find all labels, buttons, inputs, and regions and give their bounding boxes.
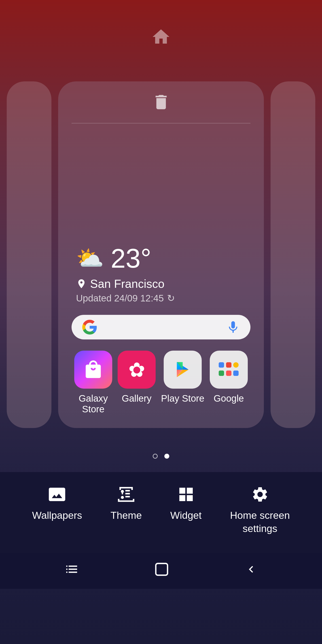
main-card: ⛅ 23° San Francisco Updated 24/09 12:45 … bbox=[58, 82, 264, 428]
app-google[interactable]: Google bbox=[210, 350, 248, 404]
city-name: San Francisco bbox=[90, 277, 164, 290]
weather-updated: Updated 24/09 12:45 ↻ bbox=[76, 293, 246, 304]
page-indicators bbox=[153, 454, 169, 459]
toolbar-theme[interactable]: Theme bbox=[110, 486, 142, 522]
settings-gear-icon bbox=[251, 486, 269, 503]
toolbar-home-screen-settings[interactable]: Home screensettings bbox=[230, 486, 290, 535]
app-gallery[interactable]: ✿ Gallery bbox=[118, 350, 156, 404]
app-galaxy-store[interactable]: GalaxyStore bbox=[74, 350, 112, 414]
back-button[interactable] bbox=[244, 562, 258, 580]
home-screen-settings-label: Home screensettings bbox=[230, 509, 290, 535]
gallery-icon: ✿ bbox=[118, 350, 156, 389]
galaxy-store-label: GalaxyStore bbox=[79, 393, 108, 414]
svg-rect-0 bbox=[187, 495, 193, 501]
widget-label: Widget bbox=[170, 509, 202, 522]
app-play-store[interactable]: Play Store bbox=[161, 350, 204, 404]
gallery-label: Gallery bbox=[122, 393, 152, 404]
google-grid-cell-2 bbox=[226, 362, 232, 368]
widget-icon bbox=[177, 486, 195, 503]
google-grid-cell-6 bbox=[233, 370, 238, 376]
location-pin-icon bbox=[76, 278, 87, 289]
play-store-icon bbox=[164, 350, 202, 389]
toolbar-wallpapers[interactable]: Wallpapers bbox=[32, 486, 82, 522]
svg-rect-1 bbox=[156, 563, 168, 575]
microphone-icon[interactable] bbox=[226, 320, 240, 334]
play-store-label: Play Store bbox=[161, 393, 204, 404]
galaxy-store-icon bbox=[74, 350, 112, 389]
google-grid-cell-5 bbox=[226, 370, 232, 376]
weather-temperature: 23° bbox=[111, 243, 151, 274]
weather-icon: ⛅ bbox=[76, 245, 104, 272]
theme-label: Theme bbox=[110, 509, 142, 522]
side-card-left bbox=[7, 82, 52, 428]
refresh-icon: ↻ bbox=[167, 293, 175, 304]
apps-row: GalaxyStore ✿ Gallery bbox=[72, 350, 250, 414]
nav-bar bbox=[0, 553, 322, 589]
gallery-flower-icon: ✿ bbox=[128, 358, 145, 382]
wallpapers-icon bbox=[48, 486, 66, 503]
screen: ⛅ 23° San Francisco Updated 24/09 12:45 … bbox=[0, 0, 322, 644]
wallpapers-label: Wallpapers bbox=[32, 509, 82, 522]
weather-row: ⛅ 23° bbox=[76, 243, 246, 274]
side-card-right bbox=[270, 82, 315, 428]
trash-icon[interactable] bbox=[152, 92, 170, 116]
page-dot-2[interactable] bbox=[164, 454, 169, 459]
toolbar-widget[interactable]: Widget bbox=[170, 486, 202, 522]
cards-area: ⛅ 23° San Francisco Updated 24/09 12:45 … bbox=[0, 64, 322, 445]
search-bar[interactable] bbox=[72, 315, 250, 340]
divider bbox=[72, 123, 250, 124]
home-icon-top bbox=[151, 27, 171, 51]
weather-section: ⛅ 23° San Francisco Updated 24/09 12:45 … bbox=[72, 243, 250, 304]
play-triangle-icon bbox=[173, 360, 193, 380]
google-grid-cell-3 bbox=[233, 362, 238, 368]
recent-apps-button[interactable] bbox=[64, 562, 79, 580]
theme-icon bbox=[117, 486, 135, 503]
bottom-toolbar: Wallpapers Theme Widget Home screensetti… bbox=[0, 472, 322, 553]
google-grid-cell-1 bbox=[219, 362, 224, 368]
google-icon bbox=[210, 350, 248, 389]
weather-location: San Francisco bbox=[76, 277, 246, 290]
page-dot-1[interactable] bbox=[153, 454, 158, 459]
home-button[interactable] bbox=[154, 562, 170, 580]
google-grid-cell-4 bbox=[219, 370, 224, 376]
google-label: Google bbox=[214, 393, 244, 404]
google-logo bbox=[82, 319, 98, 335]
updated-text: Updated 24/09 12:45 bbox=[76, 293, 164, 304]
